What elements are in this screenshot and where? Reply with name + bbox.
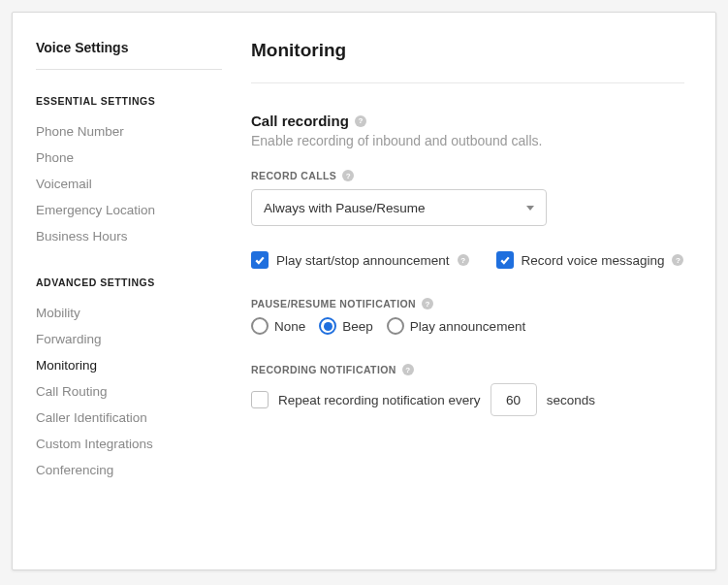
help-icon[interactable]: ? [355, 115, 366, 127]
sidebar-group-label: Essential Settings [36, 95, 222, 107]
sidebar-group-label: Advanced Settings [36, 276, 222, 288]
sidebar-item-phone-number[interactable]: Phone Number [36, 118, 222, 145]
main-content: Monitoring Call recording ? Enable recor… [239, 40, 684, 542]
recording-notification-label-row: Recording Notification ? [251, 364, 684, 375]
checkbox-row: Play start/stop announcement ? Record vo… [251, 251, 684, 269]
radio-item-none[interactable]: None [251, 317, 305, 335]
radio-play-announcement [387, 317, 404, 335]
settings-window: Voice Settings Essential Settings Phone … [12, 12, 716, 570]
record-calls-select[interactable]: Always with Pause/Resume [251, 189, 547, 226]
record-voice-messaging-label: Record voice messaging [522, 253, 665, 268]
repeat-row: Repeat recording notification every seco… [251, 383, 684, 416]
radio-beep [319, 317, 336, 335]
sidebar-item-forwarding[interactable]: Forwarding [36, 326, 222, 352]
sidebar-item-conferencing[interactable]: Conferencing [36, 457, 222, 483]
repeat-checkbox[interactable] [251, 391, 269, 408]
help-icon[interactable]: ? [672, 254, 683, 266]
sidebar: Voice Settings Essential Settings Phone … [36, 40, 239, 542]
pause-resume-label: Pause/Resume Notification [251, 298, 416, 309]
help-icon[interactable]: ? [458, 254, 469, 266]
help-icon[interactable]: ? [422, 298, 433, 309]
radio-play-announcement-label: Play announcement [410, 319, 525, 334]
sidebar-item-call-routing[interactable]: Call Routing [36, 378, 222, 405]
radio-none-label: None [274, 319, 305, 334]
repeat-suffix: seconds [547, 393, 595, 407]
sidebar-item-emergency-location[interactable]: Emergency Location [36, 197, 222, 223]
check-item-record-voice-messaging: Record voice messaging ? [496, 251, 684, 269]
sidebar-item-custom-integrations[interactable]: Custom Integrations [36, 431, 222, 457]
check-item-play-announcement: Play start/stop announcement ? [251, 251, 469, 269]
sidebar-item-voicemail[interactable]: Voicemail [36, 171, 222, 197]
radio-beep-label: Beep [342, 319, 373, 334]
help-icon[interactable]: ? [342, 170, 354, 181]
sidebar-item-mobility[interactable]: Mobility [36, 300, 222, 326]
play-announcement-label: Play start/stop announcement [276, 253, 450, 268]
recording-notification-label: Recording Notification [251, 364, 396, 375]
radio-none [251, 317, 269, 335]
record-calls-label: Record Calls [251, 170, 336, 181]
sidebar-group-advanced: Advanced Settings Mobility Forwarding Mo… [36, 276, 222, 483]
section-title: Call recording [251, 113, 349, 129]
record-voice-messaging-checkbox[interactable] [496, 251, 514, 269]
help-icon[interactable]: ? [402, 364, 414, 375]
sidebar-item-monitoring[interactable]: Monitoring [36, 352, 222, 378]
section-desc: Enable recording of inbound and outbound… [251, 133, 684, 148]
section-header: Call recording ? [251, 113, 684, 129]
sidebar-item-caller-identification[interactable]: Caller Identification [36, 405, 222, 431]
sidebar-title: Voice Settings [36, 40, 222, 70]
caret-down-icon [526, 206, 534, 211]
record-calls-label-row: Record Calls ? [251, 170, 684, 181]
repeat-interval-input[interactable] [491, 383, 537, 416]
radio-item-beep[interactable]: Beep [319, 317, 373, 335]
page-title: Monitoring [251, 40, 684, 83]
repeat-prefix: Repeat recording notification every [278, 393, 481, 407]
pause-resume-radio-row: None Beep Play announcement [251, 317, 684, 335]
sidebar-item-phone[interactable]: Phone [36, 145, 222, 171]
pause-resume-label-row: Pause/Resume Notification ? [251, 298, 684, 309]
select-value: Always with Pause/Resume [264, 201, 426, 215]
play-announcement-checkbox[interactable] [251, 251, 269, 269]
radio-item-play-announcement[interactable]: Play announcement [387, 317, 525, 335]
sidebar-item-business-hours[interactable]: Business Hours [36, 223, 222, 249]
sidebar-group-essential: Essential Settings Phone Number Phone Vo… [36, 95, 222, 249]
